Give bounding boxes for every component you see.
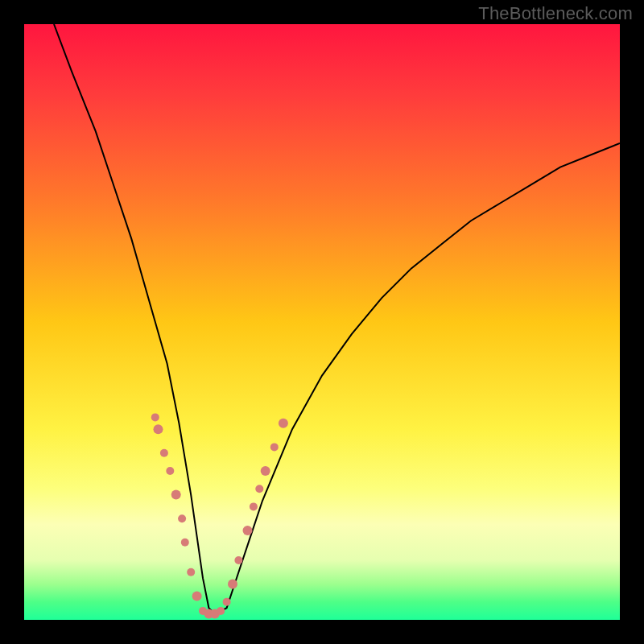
marker-point xyxy=(279,419,288,428)
marker-point xyxy=(234,556,242,564)
marker-point xyxy=(187,568,195,576)
marker-point xyxy=(192,591,202,601)
plot-area xyxy=(24,24,620,620)
marker-point xyxy=(270,443,279,451)
marker-point xyxy=(160,449,168,457)
marker-point xyxy=(217,607,225,615)
marker-point xyxy=(151,413,159,421)
marker-point xyxy=(250,502,258,510)
marker-point xyxy=(255,485,263,493)
marker-point xyxy=(181,539,189,547)
marker-point xyxy=(243,526,253,535)
marker-point xyxy=(261,466,270,476)
gradient-background xyxy=(24,24,620,620)
marker-point xyxy=(178,514,186,522)
marker-point xyxy=(166,467,174,475)
marker-point xyxy=(228,580,237,589)
chart-container: TheBottleneck.com xyxy=(0,0,644,644)
marker-point xyxy=(171,490,181,500)
marker-point xyxy=(223,598,231,606)
marker-point xyxy=(154,424,163,434)
chart-svg xyxy=(24,24,620,620)
watermark-text: TheBottleneck.com xyxy=(478,3,633,24)
